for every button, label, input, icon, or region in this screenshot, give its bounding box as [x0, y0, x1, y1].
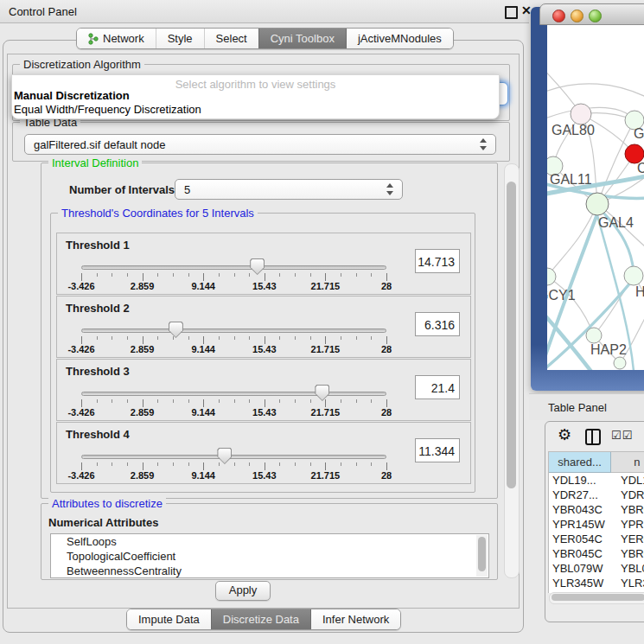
algorithm-option-manual[interactable]: Manual Discretization: [14, 89, 130, 102]
tab-style-label: Style: [168, 32, 193, 45]
number-of-intervals-label: Number of Intervals: [69, 183, 175, 196]
threshold-1-label: Threshold 1: [66, 239, 130, 252]
tab-jactivemnodules[interactable]: jActiveMNodules: [346, 29, 453, 48]
attribute-list-item[interactable]: TopologicalCoefficient: [51, 549, 488, 564]
tab-network-label: Network: [103, 32, 144, 45]
network-edge[interactable]: [547, 84, 644, 107]
tab-select[interactable]: Select: [204, 29, 258, 48]
slider-track[interactable]: [81, 455, 386, 459]
tab-discretize-data[interactable]: Discretize Data: [211, 609, 310, 629]
network-window-titlebar[interactable]: [539, 3, 644, 25]
threshold-4-value[interactable]: 11.344: [415, 438, 460, 462]
network-node[interactable]: [586, 328, 602, 343]
slider-ticks: [81, 273, 386, 281]
threshold-1-slider[interactable]: -3.4262.8599.14415.4321.71528: [81, 265, 386, 270]
slider-track[interactable]: [81, 265, 386, 270]
list-scrollbar[interactable]: [476, 535, 488, 577]
threshold-3-label: Threshold 3: [66, 365, 130, 378]
window-minimize-button[interactable]: [571, 10, 583, 22]
scrollbar-thumb[interactable]: [552, 594, 644, 601]
slider-ticks: [81, 336, 386, 344]
number-of-intervals-combobox[interactable]: 5: [175, 179, 403, 200]
threshold-2-value[interactable]: 6.316: [415, 312, 460, 336]
table-row[interactable]: YBR045CYBR0: [549, 546, 644, 561]
network-node-label: HAP2: [590, 342, 627, 357]
numerical-attributes-list[interactable]: SelfLoopsTopologicalCoefficientBetweenne…: [50, 533, 489, 578]
gear-icon[interactable]: ⚙: [558, 425, 571, 444]
attribute-list-item[interactable]: SelfLoops: [51, 534, 488, 549]
attribute-list-item[interactable]: BetweennessCentrality: [51, 564, 488, 578]
attributes-group-label: Attributes to discretize: [48, 497, 166, 510]
table-row[interactable]: YDR27...YDR2: [549, 488, 644, 502]
tab-impute-data[interactable]: Impute Data: [127, 609, 211, 629]
scrollbar-thumb[interactable]: [507, 182, 516, 488]
checkbox-columns-icon[interactable]: ☑☑: [611, 429, 633, 442]
network-node-label: GA: [634, 126, 644, 141]
table-horizontal-scrollbar[interactable]: [549, 592, 644, 604]
tab-select-label: Select: [216, 32, 247, 45]
node-table: shared... n YDL19...YDL1YDR27...YDR2YBR0…: [548, 451, 644, 593]
slider-tick-labels: -3.4262.8599.14415.4321.71528: [81, 281, 386, 291]
table-row[interactable]: YPR145WYPR1: [549, 517, 644, 532]
network-node-label: H: [635, 284, 644, 299]
tab-infer-network-label: Infer Network: [322, 613, 389, 626]
window-close-button[interactable]: [552, 10, 565, 22]
network-node[interactable]: [614, 357, 626, 369]
table-panel-title: Table Panel: [548, 401, 607, 414]
network-node-label: GAL80: [552, 123, 595, 137]
control-panel-tabs: Network Style Select Cyni Toolbox jActiv…: [76, 28, 454, 49]
table-row[interactable]: YER054CYER0: [549, 532, 644, 546]
tab-cyni-toolbox[interactable]: Cyni Toolbox: [258, 29, 346, 48]
column-header-name[interactable]: n: [611, 452, 644, 473]
column-header-shared-name[interactable]: shared...: [549, 452, 611, 473]
threshold-3-row: Threshold 3 -3.4262.8599.14415.4321.7152…: [56, 359, 471, 421]
network-node-label: GCY1: [547, 288, 576, 303]
network-edge[interactable]: [547, 42, 581, 114]
float-window-icon[interactable]: [505, 6, 518, 19]
tab-network[interactable]: Network: [77, 29, 156, 48]
network-node[interactable]: [571, 104, 591, 124]
window-zoom-button[interactable]: [589, 10, 602, 22]
numerical-attributes-label: Numerical Attributes: [48, 516, 158, 529]
tab-jactivemnodules-label: jActiveMNodules: [358, 32, 442, 45]
table-panel-toolbar: ⚙ ☑☑: [545, 422, 644, 451]
threshold-1-value[interactable]: 14.713: [415, 249, 460, 273]
node-table-header: shared... n: [549, 452, 644, 473]
screen: Control Panel ✕ Network Style Select Cyn…: [0, 0, 644, 644]
tab-style[interactable]: Style: [156, 29, 204, 48]
control-panel-titlebar: Control Panel ✕: [0, 0, 529, 23]
threshold-2-slider[interactable]: -3.4262.8599.14415.4321.71528: [81, 328, 386, 333]
split-columns-icon[interactable]: [585, 429, 601, 445]
table-row[interactable]: YDL19...YDL1: [549, 473, 644, 488]
table-data-combobox[interactable]: galFiltered.sif default node: [24, 134, 496, 155]
threshold-3-slider[interactable]: -3.4262.8599.14415.4321.71528: [81, 392, 386, 396]
table-panel: ⚙ ☑☑ shared... n YDL19...YDL1YDR27...YDR…: [545, 421, 644, 622]
network-canvas[interactable]: GAL80GACGAL11GAL4GCY1HHAP2: [547, 25, 644, 370]
slider-track[interactable]: [81, 392, 386, 396]
close-icon[interactable]: ✕: [521, 3, 532, 17]
network-edge[interactable]: [547, 204, 597, 277]
panel-vertical-scrollbar[interactable]: [504, 163, 520, 578]
control-panel-title: Control Panel: [9, 5, 77, 18]
network-icon: [88, 33, 99, 45]
discretization-algorithm-group-label: Discretization Algorithm: [20, 58, 144, 71]
slider-ticks: [81, 399, 386, 407]
network-node[interactable]: [547, 268, 556, 285]
network-node[interactable]: [624, 266, 643, 285]
network-node[interactable]: [586, 193, 609, 215]
combobox-stepper-icon: [386, 183, 393, 195]
node-table-body: YDL19...YDL1YDR27...YDR2YBR043CYBR0YPR14…: [549, 473, 644, 593]
threshold-4-slider[interactable]: -3.4262.8599.14415.4321.71528: [81, 455, 386, 459]
threshold-3-value[interactable]: 21.4: [415, 375, 460, 399]
slider-track[interactable]: [81, 328, 386, 333]
table-data-combobox-value: galFiltered.sif default node: [34, 138, 479, 151]
combobox-stepper-icon: [479, 138, 487, 150]
cyni-bottom-tabs: Impute Data Discretize Data Infer Networ…: [126, 609, 401, 630]
table-row[interactable]: YBL079WYBL0: [549, 561, 644, 576]
tab-infer-network[interactable]: Infer Network: [310, 609, 400, 629]
table-row[interactable]: YLR345WYLR3: [549, 576, 644, 590]
slider-tick-labels: -3.4262.8599.14415.4321.71528: [81, 407, 386, 418]
apply-button[interactable]: Apply: [215, 581, 271, 601]
table-row[interactable]: YBR043CYBR0: [549, 502, 644, 517]
algorithm-option-equal-width[interactable]: Equal Width/Frequency Discretization: [14, 103, 201, 116]
